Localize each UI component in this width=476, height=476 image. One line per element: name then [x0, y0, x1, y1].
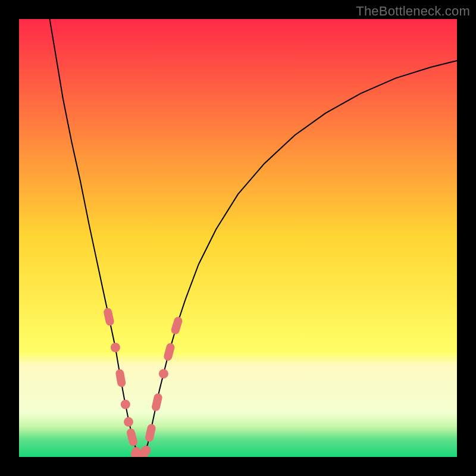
marker-circle [141, 446, 151, 455]
marker-circle [121, 400, 130, 409]
gradient-background [19, 19, 457, 457]
plot-area [19, 19, 457, 457]
marker-circle [159, 369, 168, 378]
chart-frame: TheBottleneck.com [0, 0, 476, 476]
chart-svg [19, 19, 457, 457]
marker-circle [124, 417, 133, 427]
watermark-text: TheBottleneck.com [356, 4, 470, 19]
marker-circle [111, 343, 120, 352]
